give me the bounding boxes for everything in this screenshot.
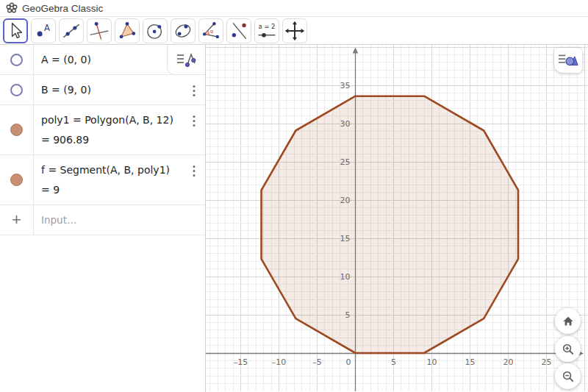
geogebra-app: GeoGebra Classic Aαa = 2 A = (0, 0)B = (…: [0, 0, 588, 392]
home-icon: [562, 315, 575, 328]
svg-text:α: α: [210, 28, 214, 35]
algebra-input[interactable]: [41, 214, 197, 226]
row-content: poly1 = Polygon(A, B, 12)= 906.89: [34, 105, 183, 154]
y-tick-label-25: 25: [340, 157, 351, 167]
algebra-row-B[interactable]: B = (9, 0): [0, 75, 205, 105]
y-tick-label-10: 10: [340, 272, 351, 282]
visibility-toggle-A[interactable]: [10, 54, 23, 66]
kebab-icon: [192, 85, 196, 98]
algebra-stylebar-button[interactable]: [167, 45, 205, 75]
tool-perpendicular-line[interactable]: [87, 18, 112, 43]
row-content: f = Segment(A, B, poly1)= 9: [34, 155, 183, 204]
x-tick-label-15: 15: [465, 357, 476, 367]
graphics-stylebar-button[interactable]: [554, 48, 582, 73]
zoom-in-icon: [562, 343, 575, 356]
visibility-toggle-B[interactable]: [10, 84, 23, 96]
row-menu-button-B[interactable]: [183, 75, 205, 104]
svg-text:A: A: [44, 22, 50, 32]
algebra-row-poly1[interactable]: poly1 = Polygon(A, B, 12)= 906.89: [0, 105, 205, 155]
tool-line[interactable]: [59, 18, 84, 43]
plus-icon: +: [12, 212, 21, 228]
tool-slider[interactable]: a = 2: [254, 18, 279, 43]
x-tick-label-20: 20: [503, 357, 514, 367]
toolbar: Aαa = 2: [0, 17, 588, 45]
x-tick-label--15: –15: [234, 357, 248, 367]
main-split: A = (0, 0)B = (9, 0)poly1 = Polygon(A, B…: [0, 45, 588, 392]
x-tick-label--5: –5: [312, 357, 322, 367]
expression: B = (9, 0): [41, 83, 182, 96]
tool-ellipse[interactable]: [171, 18, 196, 43]
row-menu-button-poly1[interactable]: [183, 105, 205, 154]
y-tick-label-30: 30: [340, 119, 351, 129]
expression: poly1 = Polygon(A, B, 12): [41, 113, 182, 126]
tool-move-graphics-view[interactable]: [282, 18, 307, 43]
visibility-toggle-poly1[interactable]: [10, 124, 23, 136]
svg-text:a = 2: a = 2: [259, 22, 276, 29]
algebra-panel: A = (0, 0)B = (9, 0)poly1 = Polygon(A, B…: [0, 45, 206, 392]
algebra-row-f[interactable]: f = Segment(A, B, poly1)= 9: [0, 155, 205, 205]
tool-polygon[interactable]: [115, 18, 140, 43]
input-row-gutter: +: [0, 205, 34, 235]
x-tick-label-5: 5: [391, 357, 396, 367]
y-tick-label-5: 5: [345, 310, 351, 320]
y-tick-label-35: 35: [340, 81, 351, 90]
x-tick-label-25: 25: [542, 357, 552, 367]
zoom-out-button[interactable]: [555, 363, 581, 389]
kebab-icon: [192, 165, 196, 178]
input-area: [34, 205, 205, 235]
y-tick-label-15: 15: [340, 234, 351, 243]
x-tick-label-0: 0: [346, 357, 351, 367]
titlebar: GeoGebra Classic: [0, 0, 588, 17]
graphics-canvas[interactable]: –15–10–505101520255101520253035: [206, 45, 587, 391]
graphics-style-icon: [556, 49, 581, 71]
computed-value: = 906.89: [41, 133, 182, 146]
visibility-toggle-f[interactable]: [10, 174, 23, 186]
row-gutter: [0, 75, 34, 104]
expression: f = Segment(A, B, poly1): [41, 163, 182, 177]
tool-move[interactable]: [3, 18, 28, 43]
tool-point[interactable]: A: [31, 18, 56, 43]
row-gutter: [0, 45, 34, 74]
tool-angle[interactable]: α: [198, 18, 223, 43]
y-axis-arrow: [353, 48, 359, 54]
x-tick-label--10: –10: [272, 357, 287, 367]
row-gutter: [0, 105, 34, 154]
algebra-sort-icon: [173, 48, 200, 71]
app-title: GeoGebra Classic: [22, 3, 103, 14]
tool-circle-center-point[interactable]: [143, 18, 168, 43]
computed-value: = 9: [41, 183, 182, 196]
row-menu-button-f[interactable]: [183, 155, 205, 204]
geogebra-logo-icon: [6, 2, 18, 14]
tool-reflect-about-line[interactable]: [226, 18, 251, 43]
graphics-view[interactable]: –15–10–505101520255101520253035: [206, 45, 588, 392]
home-button[interactable]: [555, 308, 581, 334]
x-tick-label-10: 10: [427, 357, 437, 367]
y-tick-label-20: 20: [340, 196, 351, 205]
polygon-poly1[interactable]: [262, 96, 518, 353]
zoom-in-button[interactable]: [555, 336, 581, 362]
kebab-icon: [192, 115, 196, 128]
row-content: B = (9, 0): [34, 75, 183, 104]
algebra-input-row: +: [0, 205, 205, 235]
row-gutter: [0, 155, 34, 204]
zoom-out-icon: [562, 370, 575, 383]
